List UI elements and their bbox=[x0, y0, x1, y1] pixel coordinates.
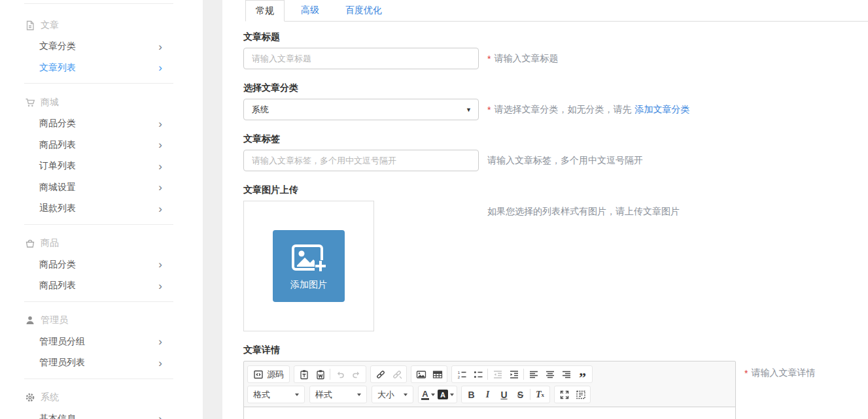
chevron-right-icon: › bbox=[158, 161, 162, 172]
font-size-combo[interactable]: 大小 bbox=[372, 386, 413, 403]
bullet-list-icon bbox=[473, 369, 483, 380]
ordered-list-icon: 1 2 bbox=[457, 369, 467, 380]
format-combo[interactable]: 格式 bbox=[247, 386, 305, 403]
sidebar-item-product-list[interactable]: 商品列表 › bbox=[0, 135, 203, 156]
italic-button[interactable]: I bbox=[479, 387, 496, 402]
combo-arrow-icon bbox=[295, 394, 299, 396]
blockquote-button[interactable]: ” bbox=[574, 367, 591, 382]
underline-button[interactable]: U bbox=[496, 387, 512, 402]
bg-color-icon: A bbox=[438, 390, 448, 399]
select-value: 系统 bbox=[252, 104, 269, 116]
combo-arrow-icon bbox=[450, 394, 454, 396]
link-button[interactable] bbox=[372, 367, 389, 382]
item-label: 退款列表 bbox=[39, 203, 76, 214]
align-right-icon bbox=[561, 369, 572, 380]
show-blocks-button[interactable] bbox=[572, 387, 589, 402]
field-article-title: 文章标题 * 请输入文章标题 bbox=[243, 31, 868, 69]
editor-content[interactable] bbox=[244, 407, 735, 419]
table-icon bbox=[432, 369, 443, 380]
mall-icon bbox=[24, 97, 35, 108]
sidebar-section-article: 文章 bbox=[0, 14, 203, 36]
sidebar-section-mall: 商城 bbox=[0, 92, 203, 113]
insert-image-button[interactable] bbox=[413, 367, 429, 382]
sidebar-item-order-list[interactable]: 订单列表 › bbox=[0, 156, 203, 177]
indent-button[interactable] bbox=[506, 367, 522, 382]
item-label: 管理员分组 bbox=[39, 336, 85, 348]
undo-button bbox=[332, 367, 348, 382]
sidebar-section-admin: 管理员 bbox=[0, 310, 203, 331]
align-right-button[interactable] bbox=[558, 367, 574, 382]
article-form: 文章标题 * 请输入文章标题 选择文章分类 系统 ▼ * 请选择文章分类，如无分… bbox=[243, 22, 868, 419]
show-blocks-icon bbox=[576, 390, 586, 400]
add-image-label: 添加图片 bbox=[290, 279, 327, 291]
outdent-button bbox=[489, 367, 506, 382]
align-left-button[interactable] bbox=[525, 367, 542, 382]
source-button[interactable]: 源码 bbox=[249, 367, 288, 382]
tab-baidu-seo[interactable]: 百度优化 bbox=[336, 0, 392, 21]
strikethrough-button[interactable]: S bbox=[512, 387, 529, 402]
chevron-right-icon: › bbox=[158, 41, 162, 52]
sidebar-item-product-category[interactable]: 商品分类 › bbox=[0, 113, 203, 135]
combo-arrow-icon bbox=[357, 394, 361, 396]
align-center-icon bbox=[545, 369, 555, 380]
sidebar-item-basic-info[interactable]: 基本信息 › bbox=[0, 409, 203, 419]
field-article-image: 文章图片上传 添加图片 bbox=[243, 184, 868, 331]
sidebar-item-mall-settings[interactable]: 商城设置 › bbox=[0, 177, 203, 199]
svg-text:2: 2 bbox=[457, 375, 460, 379]
item-label: 管理员列表 bbox=[39, 357, 85, 369]
sidebar-item-refund-list[interactable]: 退款列表 › bbox=[0, 198, 203, 220]
unlink-button bbox=[389, 367, 405, 382]
sidebar-item-goods-list[interactable]: 商品列表 › bbox=[0, 275, 203, 297]
sidebar-item-admin-list[interactable]: 管理员列表 › bbox=[0, 352, 203, 374]
category-select[interactable]: 系统 ▼ bbox=[243, 99, 479, 120]
field-hint: 如果您选择的列表样式有图片，请上传文章图片 bbox=[487, 206, 680, 218]
article-title-input[interactable] bbox=[243, 48, 479, 69]
image-upload-dropzone: 添加图片 bbox=[243, 201, 374, 331]
item-label: 商品列表 bbox=[39, 139, 76, 151]
text-color-button[interactable]: A bbox=[420, 387, 436, 402]
combo-arrow-icon bbox=[404, 394, 408, 396]
styles-combo[interactable]: 样式 bbox=[309, 386, 367, 403]
paste-text-button[interactable] bbox=[296, 367, 312, 382]
ordered-list-button[interactable]: 1 2 bbox=[453, 367, 470, 382]
field-label: 文章标签 bbox=[243, 133, 868, 144]
insert-table-button[interactable] bbox=[429, 367, 445, 382]
sidebar-item-admin-group[interactable]: 管理员分组 › bbox=[0, 331, 203, 353]
align-center-button[interactable] bbox=[542, 367, 558, 382]
redo-icon bbox=[351, 369, 362, 380]
chevron-right-icon: › bbox=[158, 62, 162, 73]
sidebar-item-article-list[interactable]: 文章列表 › bbox=[0, 58, 203, 79]
editor-image-icon bbox=[416, 369, 426, 380]
article-tags-input[interactable] bbox=[243, 150, 479, 171]
sidebar-section-system: 系统 bbox=[0, 387, 203, 409]
admin-icon bbox=[24, 315, 35, 326]
select-arrow-icon: ▼ bbox=[466, 107, 472, 113]
add-image-button[interactable]: 添加图片 bbox=[273, 230, 345, 302]
tab-advanced[interactable]: 高级 bbox=[291, 0, 329, 21]
section-label: 商品 bbox=[41, 237, 59, 249]
sidebar-item-article-category[interactable]: 文章分类 › bbox=[0, 36, 203, 58]
source-icon bbox=[253, 369, 264, 380]
chevron-right-icon: › bbox=[158, 182, 162, 193]
image-plus-icon bbox=[291, 242, 326, 275]
main-content: 常规 高级 百度优化 文章标题 * 请输入文章标题 选择文章分类 系统 ▼ bbox=[222, 0, 868, 419]
bullet-list-button[interactable] bbox=[470, 367, 486, 382]
chevron-right-icon: › bbox=[158, 259, 162, 270]
goods-icon bbox=[24, 238, 35, 249]
field-hint: * 请输入文章标题 bbox=[487, 53, 558, 65]
item-label: 订单列表 bbox=[39, 160, 76, 172]
item-label: 文章列表 bbox=[39, 62, 76, 74]
tab-general[interactable]: 常规 bbox=[245, 0, 285, 22]
required-asterisk: * bbox=[744, 368, 748, 378]
maximize-button[interactable] bbox=[556, 387, 572, 402]
bold-button[interactable]: B bbox=[463, 387, 479, 402]
add-category-link[interactable]: 添加文章分类 bbox=[634, 104, 689, 116]
item-label: 商品列表 bbox=[39, 280, 76, 292]
paste-word-button[interactable] bbox=[312, 367, 328, 382]
bg-color-button[interactable]: A bbox=[436, 387, 455, 402]
remove-format-button[interactable]: Tx bbox=[532, 387, 548, 402]
sidebar-content-gutter bbox=[203, 0, 222, 419]
field-article-category: 选择文章分类 系统 ▼ * 请选择文章分类，如无分类，请先 添加文章分类 bbox=[243, 82, 868, 120]
sidebar-item-goods-category[interactable]: 商品分类 › bbox=[0, 254, 203, 276]
blockquote-icon: ” bbox=[579, 369, 586, 380]
